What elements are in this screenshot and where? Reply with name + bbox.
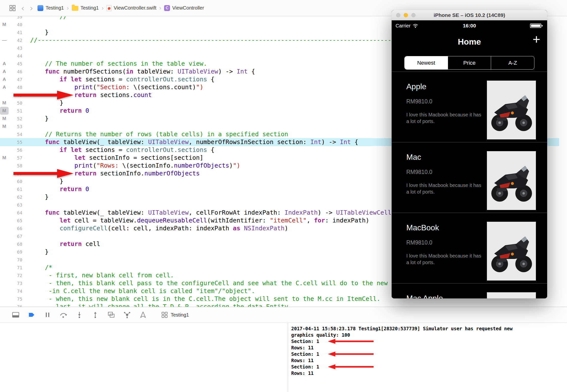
line-number[interactable]: 64 [9, 209, 22, 217]
clock-label: 16:00 [463, 23, 476, 29]
line-number[interactable]: 72 [9, 271, 22, 279]
code-text[interactable]: configureCell(cell: cell, indexPath: ind… [30, 224, 288, 232]
code-text[interactable]: return cell [30, 240, 100, 248]
line-number[interactable]: 45 [9, 60, 22, 68]
line-number[interactable]: 66 [9, 224, 22, 232]
code-text[interactable]: - then, this blank cell pass to the conf… [30, 279, 432, 287]
product-row[interactable]: Mac Apple [392, 283, 547, 298]
code-line-76: 76 - last, it will change all the T.D & … [0, 303, 559, 307]
simulator-titlebar[interactable]: iPhone SE – iOS 10.2 (14C89) [392, 10, 547, 20]
code-text[interactable]: - when, this new blank cell is in the C.… [30, 295, 380, 303]
product-name: Apple [406, 82, 426, 91]
product-row[interactable]: MacBookRM9810.0I love this Macbook becau… [392, 213, 547, 283]
line-number[interactable]: 50 [9, 99, 22, 107]
console-line: Section: 1 [291, 338, 567, 344]
line-number[interactable]: 57 [9, 154, 22, 162]
variables-view[interactable] [0, 323, 288, 392]
simulate-location-button[interactable] [139, 311, 147, 319]
tab-price[interactable]: Price [448, 56, 491, 69]
forward-button[interactable]: › [29, 4, 34, 12]
product-row[interactable]: AppleRM9810.0I love this Macbook because… [392, 72, 547, 142]
line-number[interactable]: 74 [9, 287, 22, 295]
line-number[interactable]: 47 [9, 75, 22, 83]
console-output[interactable]: 2017-04-11 15:58:23.178 Testing1[28320:5… [288, 323, 567, 392]
code-text[interactable]: - first, new blank cell from cell. [30, 271, 174, 279]
line-number[interactable]: 76 [9, 303, 22, 307]
line-number[interactable]: 39 [9, 16, 22, 21]
memory-graph-button[interactable] [123, 311, 131, 319]
code-text[interactable]: } [30, 99, 63, 107]
code-text[interactable]: let sectionInfo = sections[section] [30, 154, 203, 162]
close-window-icon[interactable] [396, 13, 401, 17]
related-items-icon[interactable] [8, 4, 17, 12]
tab-newest[interactable]: Newest [405, 56, 448, 69]
step-into-button[interactable] [75, 311, 83, 319]
code-text[interactable]: //--------------------------------------… [30, 36, 406, 44]
code-text[interactable]: func tableView(_ tableView: UITableView,… [30, 209, 399, 217]
code-text[interactable]: // Returns the number of rows (table cel… [30, 130, 288, 138]
line-number[interactable]: 63 [9, 201, 22, 209]
hide-debug-area-button[interactable] [12, 311, 20, 319]
line-number[interactable]: 71 [9, 264, 22, 271]
line-number[interactable]: 44 [9, 52, 22, 60]
line-number[interactable]: 53 [9, 123, 22, 130]
line-number[interactable]: 55 [9, 138, 22, 146]
line-number[interactable]: 41 [9, 28, 22, 36]
line-number[interactable]: 60 [9, 177, 22, 185]
line-number[interactable]: 68 [9, 240, 22, 248]
breadcrumb-item-swift-file[interactable]: ViewController.swift [107, 5, 156, 11]
breadcrumb-item-folder[interactable]: Testing1 [72, 5, 99, 11]
code-text[interactable]: } [30, 248, 48, 256]
line-number[interactable]: 46 [9, 68, 22, 75]
line-number[interactable]: 61 [9, 185, 22, 193]
code-text[interactable]: return 0 [30, 107, 89, 115]
breakpoints-toggle-button[interactable] [28, 311, 36, 319]
code-text[interactable]: if let sections = controllerOut.sections… [30, 75, 215, 83]
tab-a-z[interactable]: A-Z [491, 56, 534, 69]
zoom-window-icon[interactable] [411, 13, 416, 17]
line-number[interactable]: 70 [9, 256, 22, 264]
line-number[interactable]: 42 [9, 36, 22, 44]
simulator-title: iPhone SE – iOS 10.2 (14C89) [434, 12, 505, 18]
breadcrumb-label: ViewController [172, 5, 204, 11]
product-name: Mac Apple [406, 294, 443, 298]
process-selector[interactable]: Testing1 [161, 312, 189, 318]
add-button[interactable]: + [532, 33, 540, 46]
pause-button[interactable] [44, 311, 51, 319]
line-number[interactable]: 43 [9, 44, 22, 52]
code-text[interactable]: let cell = tableView.dequeueReusableCell… [30, 217, 369, 224]
product-row[interactable]: MacRM9810.0I love this Macbook because i… [392, 142, 547, 213]
code-text[interactable]: return 0 [30, 185, 89, 193]
breadcrumb-item-class-symbol[interactable]: CViewController [164, 5, 204, 11]
line-number[interactable]: 56 [9, 146, 22, 154]
line-number[interactable]: 65 [9, 217, 22, 224]
minimize-window-icon[interactable] [404, 13, 408, 17]
line-number[interactable]: 52 [9, 115, 22, 123]
code-text[interactable]: } [30, 177, 63, 185]
view-hierarchy-button[interactable] [107, 311, 115, 319]
breadcrumb-item-app[interactable]: Testing1 [38, 5, 64, 11]
step-over-button[interactable] [59, 311, 67, 319]
line-number[interactable]: 51 [9, 107, 22, 115]
line-number[interactable]: 40 [9, 21, 22, 28]
back-button[interactable]: ‹ [20, 4, 26, 12]
code-text[interactable]: if let sections = controllerOut.sections… [30, 146, 215, 154]
step-out-button[interactable] [91, 311, 99, 319]
code-text[interactable]: - last, it will change all the T.D & P, … [30, 303, 288, 307]
line-number[interactable]: 73 [9, 279, 22, 287]
code-text[interactable]: func tableView(_ tableView: UITableView,… [30, 138, 358, 146]
code-text[interactable]: // [30, 16, 67, 21]
change-marker [0, 232, 9, 240]
code-text[interactable]: } [30, 193, 48, 201]
code-text[interactable]: func numberOfSections(in tableView: UITa… [30, 68, 255, 75]
code-text[interactable]: // The number of sections in the table v… [30, 60, 207, 68]
code-text[interactable]: } [30, 28, 48, 36]
code-text[interactable]: /* [30, 264, 52, 271]
line-number[interactable]: 54 [9, 130, 22, 138]
code-text[interactable]: } [30, 115, 48, 123]
line-number[interactable]: 75 [9, 295, 22, 303]
line-number[interactable]: 62 [9, 193, 22, 201]
code-text[interactable]: -in C.cell the new blank cell is called … [30, 287, 255, 295]
line-number[interactable]: 69 [9, 248, 22, 256]
line-number[interactable]: 67 [9, 232, 22, 240]
